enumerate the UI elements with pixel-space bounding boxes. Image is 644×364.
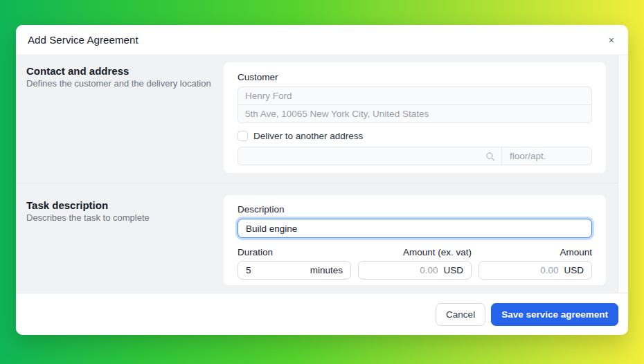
contact-section-info: Contact and address Defines the customer… <box>26 62 224 183</box>
deliver-checkbox[interactable] <box>238 131 248 141</box>
deliver-to-another-address-row: Deliver to another address <box>238 131 592 141</box>
duration-input-shell: minutes <box>238 261 351 280</box>
add-service-agreement-modal: Add Service Agreement × Contact and addr… <box>16 25 628 335</box>
task-description-section: Task description Describes the task to c… <box>16 183 628 293</box>
customer-input-group <box>238 87 592 123</box>
task-card: Description Duration minutes Amount (ex.… <box>224 195 606 285</box>
amount-input[interactable] <box>487 265 558 275</box>
floor-apt-input[interactable] <box>502 147 591 165</box>
contact-card: Customer Deliver to another address <box>224 62 606 173</box>
duration-field: Duration minutes <box>238 247 351 280</box>
cancel-button[interactable]: Cancel <box>436 303 485 326</box>
task-section-heading: Task description <box>26 199 224 211</box>
gradient-background: { "modal": { "title": "Add Service Agree… <box>0 0 644 364</box>
amount-ex-vat-field: Amount (ex. vat) USD <box>358 247 472 280</box>
contact-and-address-section: Contact and address Defines the customer… <box>16 55 628 183</box>
duration-input[interactable] <box>246 265 305 275</box>
delivery-address-input-group <box>238 147 592 165</box>
duration-unit-suffix: minutes <box>310 265 343 275</box>
address-search-wrap <box>238 147 501 165</box>
customer-label: Customer <box>238 72 592 82</box>
amount-ex-vat-input-shell: USD <box>358 261 472 280</box>
amount-ex-vat-label: Amount (ex. vat) <box>358 247 472 257</box>
description-label: Description <box>238 204 592 215</box>
amount-currency-suffix: USD <box>564 265 584 275</box>
amount-ex-vat-input[interactable] <box>366 265 438 275</box>
contact-section-subheading: Defines the customer and the delivery lo… <box>26 78 224 89</box>
modal-footer: Cancel Save service agreement <box>16 293 628 335</box>
amount-field: Amount USD <box>478 247 592 280</box>
amount-label: Amount <box>478 247 592 257</box>
task-section-subheading: Describes the task to complete <box>26 212 224 223</box>
contact-section-heading: Contact and address <box>26 65 224 77</box>
modal-header: Add Service Agreement × <box>16 25 628 55</box>
amount-input-shell: USD <box>478 261 592 280</box>
modal-title: Add Service Agreement <box>28 34 138 46</box>
task-fields-row: Duration minutes Amount (ex. vat) USD <box>238 247 592 280</box>
save-service-agreement-button[interactable]: Save service agreement <box>491 303 618 326</box>
modal-body: Contact and address Defines the customer… <box>16 55 628 293</box>
task-section-info: Task description Describes the task to c… <box>26 195 224 293</box>
amount-ex-vat-currency-suffix: USD <box>443 265 463 275</box>
search-icon <box>485 152 501 161</box>
deliver-checkbox-label: Deliver to another address <box>253 131 363 141</box>
address-search-input[interactable] <box>238 147 485 165</box>
description-input[interactable] <box>238 219 592 238</box>
scrollbar[interactable] <box>618 55 628 293</box>
customer-name-field[interactable] <box>238 87 592 105</box>
customer-address-field[interactable] <box>238 104 592 123</box>
duration-label: Duration <box>238 247 351 257</box>
close-icon[interactable]: × <box>605 33 618 48</box>
